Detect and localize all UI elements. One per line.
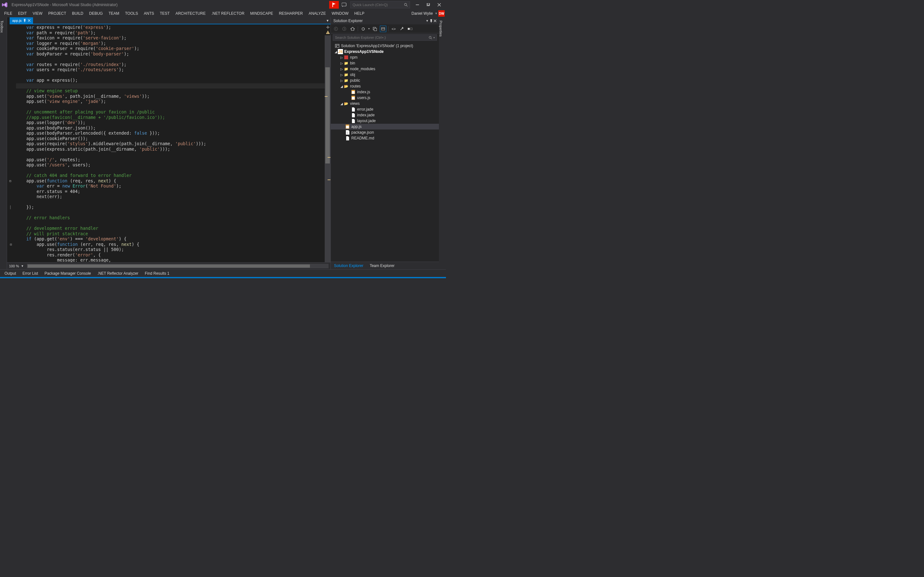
chevron-right-icon[interactable]: ▷ (340, 61, 344, 65)
solution-search-input[interactable] (335, 35, 429, 39)
code-icon[interactable]: <> (391, 26, 397, 32)
pin-icon[interactable] (23, 19, 26, 22)
tree-project[interactable]: ◢JSExpressApp1VSNode (331, 49, 439, 55)
zoom-level[interactable]: 100 %▼ (9, 264, 24, 268)
tab-app-js[interactable]: app.js (10, 17, 33, 24)
collapse-icon[interactable] (372, 26, 378, 32)
chevron-right-icon[interactable]: ▷ (340, 73, 344, 77)
properties-panel-tab[interactable]: Properties (439, 17, 446, 269)
menu-team[interactable]: TEAM (105, 10, 122, 17)
menu-test[interactable]: TEST (157, 10, 173, 17)
show-all-icon[interactable] (380, 26, 386, 32)
preview-icon[interactable] (407, 26, 414, 32)
tree-solution-root[interactable]: Solution 'ExpressApp1VSNode' (1 project) (331, 43, 439, 49)
solution-tree[interactable]: Solution 'ExpressApp1VSNode' (1 project)… (331, 42, 439, 261)
tree-bin[interactable]: ▷📁bin (331, 60, 439, 66)
js-project-icon: JS (338, 49, 343, 54)
menu-tools[interactable]: TOOLS (122, 10, 141, 17)
tree-npm[interactable]: ▷npm (331, 55, 439, 60)
solution-explorer-panel: Solution Explorer ▼ ▾ <> ▾ (330, 17, 439, 269)
notification-flag-icon[interactable] (329, 1, 339, 9)
maximize-button[interactable] (423, 1, 434, 9)
tab-label: app.js (12, 19, 21, 23)
chevron-down-icon[interactable]: ◢ (340, 102, 344, 105)
menu-window[interactable]: WINDOW (329, 10, 352, 17)
editor-area: app.js ▾ var express = require('express'… (7, 17, 330, 269)
menu-view[interactable]: VIEW (30, 10, 45, 17)
properties-icon[interactable] (399, 26, 405, 32)
menu-debug[interactable]: DEBUG (86, 10, 106, 17)
menu-resharper[interactable]: RESHARPER (276, 10, 306, 17)
tree-node-modules[interactable]: ▷📁node_modules (331, 66, 439, 72)
svg-line-2 (407, 5, 407, 6)
tree-views-error[interactable]: error.jade (331, 106, 439, 112)
chevron-down-icon[interactable]: ◢ (334, 50, 338, 53)
back-icon[interactable] (333, 26, 339, 32)
tree-package-json[interactable]: {}package.json (331, 129, 439, 135)
close-button[interactable] (434, 1, 445, 9)
tree-routes-index[interactable]: index.js (331, 89, 439, 95)
tree-views[interactable]: ◢📂views (331, 101, 439, 106)
menu-build[interactable]: BUILD (69, 10, 86, 17)
chevron-right-icon[interactable]: ▷ (340, 67, 344, 71)
window-title: ExpressApp1VSNode - Microsoft Visual Stu… (11, 3, 118, 7)
forward-icon[interactable] (341, 26, 347, 32)
user-badge[interactable]: DW (438, 10, 445, 17)
refresh-icon[interactable] (360, 26, 367, 32)
tab-find-results[interactable]: Find Results 1 (142, 270, 173, 277)
menu-mindscape[interactable]: MINDSCAPE (247, 10, 276, 17)
menu-help[interactable]: HELP (351, 10, 367, 17)
search-icon (404, 3, 408, 7)
svg-rect-31 (352, 90, 355, 91)
svg-rect-33 (352, 96, 355, 97)
tab-output[interactable]: Output (1, 270, 19, 277)
tree-views-layout[interactable]: layout.jade (331, 118, 439, 124)
tabs-dropdown-icon[interactable]: ▾ (325, 17, 330, 24)
menu-edit[interactable]: EDIT (15, 10, 29, 17)
menu-file[interactable]: FILE (1, 10, 15, 17)
folder-icon: 📁 (344, 78, 349, 83)
vertical-scrollbar[interactable] (325, 35, 330, 262)
tab-reflector[interactable]: .NET Reflector Analyzer (94, 270, 142, 277)
panel-pin-icon[interactable] (430, 19, 433, 23)
svg-rect-27 (338, 45, 338, 45)
menu-architecture[interactable]: ARCHITECTURE (173, 10, 208, 17)
feedback-icon[interactable] (340, 1, 349, 9)
tree-routes[interactable]: ◢📂routes (331, 83, 439, 89)
close-tab-icon[interactable] (28, 19, 31, 22)
folder-open-icon: 📂 (344, 84, 349, 89)
chevron-right-icon[interactable]: ▷ (340, 56, 344, 59)
tab-team-explorer[interactable]: Team Explorer (367, 263, 397, 269)
minimize-button[interactable] (412, 1, 423, 9)
title-bar: ExpressApp1VSNode - Microsoft Visual Stu… (0, 0, 446, 10)
menu-reflector[interactable]: .NET REFLECTOR (208, 10, 247, 17)
menu-project[interactable]: PROJECT (45, 10, 69, 17)
tab-pmc[interactable]: Package Manager Console (41, 270, 94, 277)
tree-readme[interactable]: README.md (331, 135, 439, 141)
code-editor[interactable]: var express = require('express'); var pa… (7, 24, 325, 262)
horizontal-scrollbar[interactable] (27, 264, 328, 268)
user-name[interactable]: Daniel Wylie (409, 11, 435, 16)
quick-launch-input[interactable] (352, 3, 404, 7)
tab-error-list[interactable]: Error List (19, 270, 41, 277)
tab-solution-explorer[interactable]: Solution Explorer (331, 263, 367, 269)
menu-analyze[interactable]: ANALYZE (306, 10, 329, 17)
npm-icon (344, 55, 349, 60)
tree-routes-users[interactable]: users.js (331, 95, 439, 101)
chevron-down-icon[interactable]: ◢ (340, 85, 344, 88)
panel-menu-icon[interactable]: ▼ (426, 19, 429, 23)
chevron-right-icon[interactable]: ▷ (340, 79, 344, 82)
tree-app-js[interactable]: app.js (331, 124, 439, 129)
svg-rect-18 (374, 28, 376, 31)
tree-views-index[interactable]: index.jade (331, 112, 439, 118)
vs-logo-icon (1, 1, 8, 8)
toolbox-panel-tab[interactable]: Toolbox (0, 17, 7, 269)
solution-icon (334, 43, 340, 48)
menu-ants[interactable]: ANTS (141, 10, 157, 17)
tree-obj[interactable]: ▷📁obj (331, 72, 439, 77)
home-icon[interactable] (349, 26, 356, 32)
json-file-icon: {} (345, 130, 350, 135)
tree-public[interactable]: ▷📁public (331, 77, 439, 83)
panel-close-icon[interactable] (434, 19, 436, 22)
quick-launch[interactable] (351, 1, 410, 8)
